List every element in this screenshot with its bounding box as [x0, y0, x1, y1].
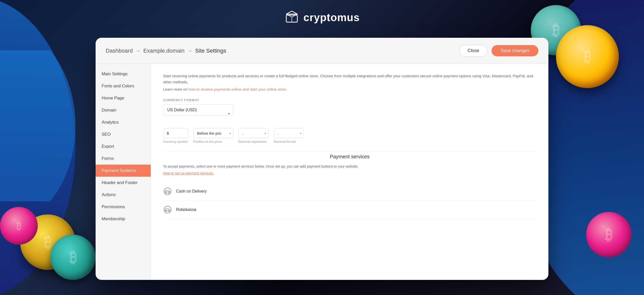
sidebar-item-payment-systems[interactable]: Payment Systems: [96, 165, 151, 177]
payment-description: To accept payments, select one or more p…: [163, 164, 536, 169]
currency-symbol-field: $ Currency symbol: [163, 128, 188, 143]
currency-symbol-label: Currency symbol: [163, 140, 188, 143]
svg-point-10: [168, 210, 170, 212]
svg-point-5: [164, 188, 171, 195]
sidebar-item-membership[interactable]: Membership: [96, 213, 151, 225]
close-button[interactable]: Close: [459, 45, 488, 57]
sidebar-item-analytics[interactable]: Analytics: [96, 116, 151, 128]
decimal-sep-field: . ▾ Decimal separators: [238, 128, 269, 143]
decimal-sep-label: Decimal separators: [238, 140, 269, 143]
bg-wave-left2: [0, 50, 101, 201]
sidebar-item-header-footer[interactable]: Header and Footer: [96, 177, 151, 189]
breadcrumb-dashboard: Dashboard: [106, 48, 133, 54]
content-area: Start receiving online payments for prod…: [151, 64, 548, 280]
payment-services-title: Payment services: [163, 154, 536, 160]
modal-body: Main Settings Fonts and Colors Home Page…: [96, 64, 548, 280]
robokassa-label: Robokassa: [176, 207, 196, 212]
sidebar-item-main-settings[interactable]: Main Settings: [96, 68, 151, 80]
sidebar-item-forms[interactable]: Forms: [96, 153, 151, 165]
learn-more-link[interactable]: how to receive payments online and start…: [189, 87, 287, 91]
payment-link-para: How to set up payment services.: [163, 171, 536, 175]
sidebar-item-actions[interactable]: Actions: [96, 189, 151, 201]
save-button[interactable]: Save changes: [492, 45, 538, 56]
svg-point-9: [165, 210, 167, 212]
decimal-format-field: . ▾ Decimal format: [274, 128, 304, 143]
currency-symbol-value: $: [163, 128, 188, 138]
section-divider: [163, 152, 536, 152]
payment-setup-link[interactable]: How to set up payment services.: [163, 171, 214, 175]
sidebar: Main Settings Fonts and Colors Home Page…: [96, 64, 151, 280]
robokassa-icon: [163, 205, 172, 214]
decimal-format-select[interactable]: .: [274, 128, 304, 138]
decimal-sep-select[interactable]: .: [238, 128, 269, 138]
currency-format-row: $ Currency symbol Before the pric ▾ Posi…: [163, 128, 536, 143]
svg-point-7: [168, 192, 170, 194]
position-label: Position to the price: [193, 140, 233, 143]
breadcrumb: Dashboard → Example.domain → Site Settin…: [106, 48, 226, 54]
cash-delivery-label: Cash on Delivery: [176, 189, 207, 194]
coin-pink-left: ₿: [0, 207, 38, 245]
sidebar-item-permissions[interactable]: Permissions: [96, 201, 151, 213]
sidebar-item-seo[interactable]: SEO: [96, 128, 151, 140]
decimal-format-label: Decimal format: [274, 140, 304, 143]
header-buttons: Close Save changes: [459, 45, 538, 57]
svg-point-6: [165, 192, 167, 194]
svg-marker-1: [286, 11, 297, 14]
svg-line-3: [292, 14, 297, 17]
app-header: cryptomus: [0, 0, 644, 35]
payment-item-robokassa: Robokassa: [163, 201, 536, 219]
logo: cryptomus: [284, 10, 360, 25]
breadcrumb-current: Site Settings: [195, 48, 226, 54]
currency-select[interactable]: US Dollar (USD): [163, 104, 233, 115]
payment-item-cash: Cash on Delivery: [163, 182, 536, 201]
coin-pink-right: ₿: [586, 212, 631, 257]
breadcrumb-arrow-1: →: [135, 48, 141, 54]
cash-delivery-icon: [163, 187, 172, 196]
logo-text: cryptomus: [303, 12, 360, 24]
site-settings-modal: Dashboard → Example.domain → Site Settin…: [96, 38, 548, 280]
sidebar-item-domain[interactable]: Domain: [96, 104, 151, 116]
svg-point-8: [164, 206, 171, 213]
currency-format-label: CURRENCY FORMAT: [163, 98, 536, 102]
content-description: Start receiving online payments for prod…: [163, 73, 536, 85]
content-learn-more: Learn more on how to receive payments on…: [163, 87, 536, 91]
position-select[interactable]: Before the pric: [193, 128, 233, 138]
breadcrumb-arrow-2: →: [187, 48, 193, 54]
modal-header: Dashboard → Example.domain → Site Settin…: [96, 38, 548, 64]
svg-line-2: [286, 14, 292, 17]
sidebar-item-fonts-colors[interactable]: Fonts and Colors: [96, 80, 151, 92]
logo-icon: [284, 10, 299, 25]
sidebar-item-export[interactable]: Export: [96, 140, 151, 153]
coin-teal-left: ₿: [50, 235, 96, 280]
sidebar-item-home-page[interactable]: Home Page: [96, 92, 151, 104]
breadcrumb-domain: Example.domain: [143, 48, 185, 54]
position-field: Before the pric ▾ Position to the price: [193, 128, 233, 143]
